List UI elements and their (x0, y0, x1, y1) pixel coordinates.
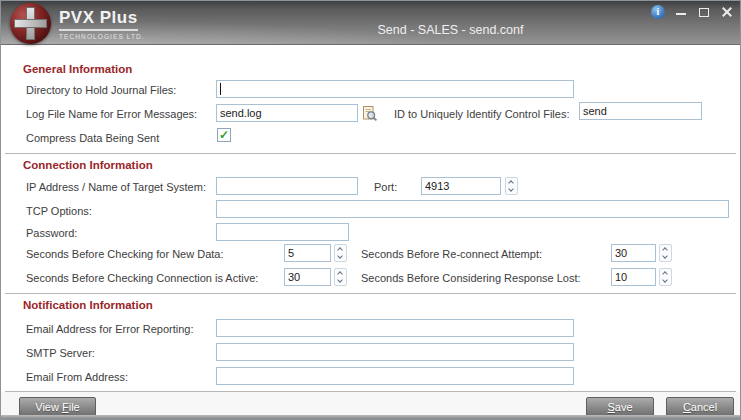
title-bar: PVX Plus TECHNOLOGIES LTD. Send - SALES … (1, 1, 740, 45)
brand-block: PVX Plus TECHNOLOGIES LTD. (59, 8, 145, 40)
tcp-label: TCP Options: (26, 205, 92, 217)
directory-input[interactable] (216, 80, 574, 98)
email-error-input[interactable] (216, 319, 574, 337)
ip-label: IP Address / Name of Target System: (26, 181, 206, 193)
maximize-button[interactable] (697, 5, 711, 19)
window-title: Send - SALES - send.conf (171, 23, 730, 37)
compress-checkbox[interactable]: ✓ (217, 128, 231, 142)
password-label: Password: (26, 227, 77, 239)
tcp-options-input[interactable] (216, 200, 729, 218)
log-file-input[interactable] (216, 104, 358, 122)
maximize-icon (699, 8, 709, 17)
response-lost-input[interactable] (611, 268, 656, 286)
chevron-down-icon[interactable] (506, 186, 517, 194)
logo-cross-horizontal (14, 19, 47, 28)
check-new-data-spinner (334, 244, 347, 262)
section-title-notification: Notification Information (23, 299, 153, 311)
pvx-globe-logo-icon (10, 3, 51, 44)
chevron-down-icon[interactable] (660, 277, 671, 285)
chevron-up-icon[interactable] (335, 245, 346, 253)
smtp-label: SMTP Server: (26, 347, 95, 359)
send-config-window: PVX Plus TECHNOLOGIES LTD. Send - SALES … (0, 0, 741, 420)
view-file-button[interactable]: View File (19, 397, 96, 417)
chevron-down-icon[interactable] (335, 253, 346, 261)
chevron-up-icon[interactable] (660, 269, 671, 277)
browse-file-button[interactable] (361, 105, 378, 122)
password-input[interactable] (216, 223, 349, 241)
section-title-general: General Information (23, 63, 132, 75)
chevron-up-icon[interactable] (660, 245, 671, 253)
reconnect-input[interactable] (611, 244, 656, 262)
info-icon[interactable]: i (651, 5, 665, 19)
port-input[interactable] (421, 177, 501, 195)
chevron-down-icon[interactable] (335, 277, 346, 285)
section-divider (5, 153, 736, 154)
log-file-label: Log File Name for Error Messages: (26, 108, 197, 120)
email-from-label: Email From Address: (26, 371, 128, 383)
minimize-button[interactable] (674, 5, 688, 19)
port-spinner (505, 177, 518, 195)
minimize-icon (676, 13, 686, 15)
window-controls: i (651, 4, 734, 20)
reconnect-spinner (659, 244, 672, 262)
window-bottom-edge (1, 415, 740, 419)
check-new-data-input[interactable] (284, 244, 331, 262)
footer-bar: View File Save Cancel (1, 392, 740, 419)
reconnect-label: Seconds Before Re-connect Attempt: (361, 248, 542, 260)
checkmark-icon: ✓ (218, 129, 230, 141)
save-button[interactable]: Save (586, 397, 654, 417)
check-active-spinner (334, 268, 347, 286)
section-divider (5, 293, 736, 294)
directory-label: Directory to Hold Journal Files: (26, 84, 176, 96)
check-active-label: Seconds Before Checking Connection is Ac… (26, 272, 258, 284)
port-label: Port: (374, 181, 397, 193)
email-from-input[interactable] (216, 367, 574, 385)
cancel-button[interactable]: Cancel (666, 397, 734, 417)
ip-input[interactable] (216, 177, 358, 195)
control-id-label: ID to Uniquely Identify Control Files: (394, 108, 569, 120)
text-caret (220, 83, 221, 95)
check-new-data-label: Seconds Before Checking for New Data: (26, 248, 224, 260)
brand-subtitle: TECHNOLOGIES LTD. (59, 33, 145, 40)
check-active-input[interactable] (284, 268, 331, 286)
chevron-up-icon[interactable] (335, 269, 346, 277)
control-id-input[interactable] (579, 102, 702, 120)
document-magnifier-icon (361, 105, 378, 122)
section-title-connection: Connection Information (23, 159, 153, 171)
chevron-down-icon[interactable] (660, 253, 671, 261)
email-error-label: Email Address for Error Reporting: (26, 323, 194, 335)
chevron-up-icon[interactable] (506, 178, 517, 186)
brand-name: PVX Plus (59, 8, 138, 31)
smtp-input[interactable] (216, 343, 574, 361)
compress-label: Compress Data Being Sent (26, 132, 159, 144)
response-lost-spinner (659, 268, 672, 286)
close-button[interactable] (720, 5, 734, 19)
response-lost-label: Seconds Before Considering Response Lost… (361, 272, 581, 284)
